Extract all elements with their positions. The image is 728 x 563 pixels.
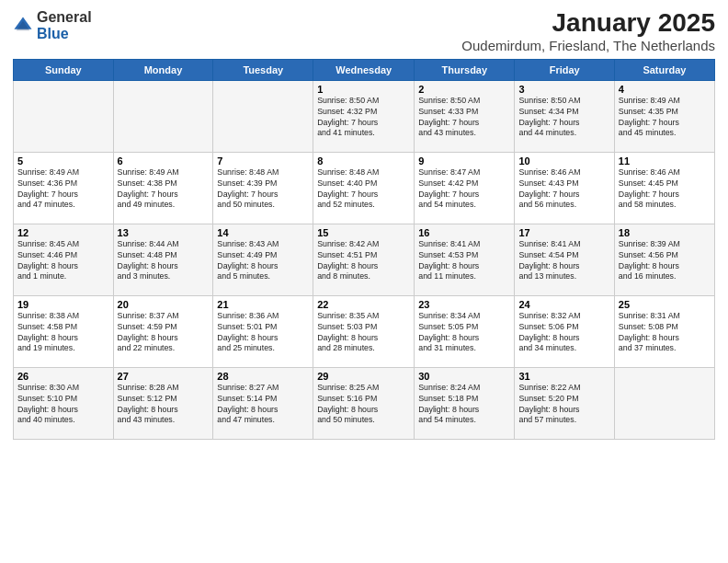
calendar-cell: 5Sunrise: 8:49 AM Sunset: 4:36 PM Daylig…	[14, 152, 114, 224]
calendar-cell: 22Sunrise: 8:35 AM Sunset: 5:03 PM Dayli…	[313, 295, 415, 367]
calendar-week-4: 19Sunrise: 8:38 AM Sunset: 4:58 PM Dayli…	[14, 295, 715, 367]
day-info: Sunrise: 8:22 AM Sunset: 5:20 PM Dayligh…	[518, 383, 609, 427]
calendar-cell: 25Sunrise: 8:31 AM Sunset: 5:08 PM Dayli…	[614, 295, 714, 367]
calendar-header-row: SundayMondayTuesdayWednesdayThursdayFrid…	[14, 59, 715, 80]
day-info: Sunrise: 8:35 AM Sunset: 5:03 PM Dayligh…	[317, 311, 410, 355]
calendar-cell: 4Sunrise: 8:49 AM Sunset: 4:35 PM Daylig…	[614, 80, 714, 152]
day-info: Sunrise: 8:42 AM Sunset: 4:51 PM Dayligh…	[317, 239, 410, 283]
day-info: Sunrise: 8:27 AM Sunset: 5:14 PM Dayligh…	[217, 383, 309, 427]
calendar-table: SundayMondayTuesdayWednesdayThursdayFrid…	[13, 59, 715, 440]
day-info: Sunrise: 8:41 AM Sunset: 4:54 PM Dayligh…	[518, 239, 609, 283]
day-info: Sunrise: 8:46 AM Sunset: 4:43 PM Dayligh…	[518, 167, 609, 212]
day-info: Sunrise: 8:49 AM Sunset: 4:36 PM Dayligh…	[17, 167, 109, 212]
day-info: Sunrise: 8:32 AM Sunset: 5:06 PM Dayligh…	[518, 311, 609, 355]
day-number: 1	[317, 84, 410, 95]
calendar-cell: 1Sunrise: 8:50 AM Sunset: 4:32 PM Daylig…	[313, 80, 415, 152]
day-number: 16	[418, 227, 510, 238]
calendar-cell: 11Sunrise: 8:46 AM Sunset: 4:45 PM Dayli…	[614, 152, 714, 224]
calendar-cell: 31Sunrise: 8:22 AM Sunset: 5:20 PM Dayli…	[515, 367, 614, 439]
day-number: 10	[518, 155, 609, 167]
header-row: General Blue January 2025 Oudemirdum, Fr…	[13, 9, 715, 53]
calendar-cell	[213, 80, 313, 152]
calendar-cell: 2Sunrise: 8:50 AM Sunset: 4:33 PM Daylig…	[415, 80, 515, 152]
day-number: 29	[317, 371, 410, 382]
calendar-cell: 7Sunrise: 8:48 AM Sunset: 4:39 PM Daylig…	[213, 152, 313, 224]
day-info: Sunrise: 8:37 AM Sunset: 4:59 PM Dayligh…	[118, 311, 210, 355]
day-number: 11	[619, 155, 711, 167]
day-info: Sunrise: 8:30 AM Sunset: 5:10 PM Dayligh…	[17, 383, 109, 427]
page-container: General Blue January 2025 Oudemirdum, Fr…	[0, 0, 728, 445]
day-number: 15	[317, 227, 410, 238]
day-number: 13	[118, 227, 210, 238]
page-title: January 2025	[461, 9, 715, 38]
column-header-thursday: Thursday	[415, 59, 515, 80]
calendar-cell: 26Sunrise: 8:30 AM Sunset: 5:10 PM Dayli…	[14, 367, 114, 439]
calendar-cell: 9Sunrise: 8:47 AM Sunset: 4:42 PM Daylig…	[415, 152, 515, 224]
day-info: Sunrise: 8:48 AM Sunset: 4:39 PM Dayligh…	[217, 167, 309, 212]
day-number: 3	[518, 84, 609, 95]
day-number: 19	[17, 299, 109, 310]
day-number: 26	[17, 371, 109, 382]
day-info: Sunrise: 8:47 AM Sunset: 4:42 PM Dayligh…	[418, 167, 510, 212]
logo: General Blue	[13, 9, 92, 41]
day-number: 28	[217, 371, 309, 382]
day-info: Sunrise: 8:25 AM Sunset: 5:16 PM Dayligh…	[317, 383, 410, 427]
logo-blue: Blue	[37, 26, 92, 42]
column-header-friday: Friday	[515, 59, 614, 80]
calendar-cell: 3Sunrise: 8:50 AM Sunset: 4:34 PM Daylig…	[515, 80, 614, 152]
day-number: 20	[118, 299, 210, 310]
day-number: 25	[619, 299, 711, 310]
day-info: Sunrise: 8:49 AM Sunset: 4:35 PM Dayligh…	[619, 96, 711, 140]
column-header-saturday: Saturday	[614, 59, 714, 80]
day-info: Sunrise: 8:48 AM Sunset: 4:40 PM Dayligh…	[317, 167, 410, 212]
column-header-tuesday: Tuesday	[213, 59, 313, 80]
day-info: Sunrise: 8:34 AM Sunset: 5:05 PM Dayligh…	[418, 311, 510, 355]
calendar-cell	[614, 367, 714, 439]
day-info: Sunrise: 8:45 AM Sunset: 4:46 PM Dayligh…	[17, 239, 109, 283]
title-block: January 2025 Oudemirdum, Friesland, The …	[461, 9, 715, 53]
calendar-cell: 6Sunrise: 8:49 AM Sunset: 4:38 PM Daylig…	[113, 152, 213, 224]
calendar-cell	[113, 80, 213, 152]
column-header-sunday: Sunday	[14, 59, 114, 80]
day-info: Sunrise: 8:36 AM Sunset: 5:01 PM Dayligh…	[217, 311, 309, 355]
day-info: Sunrise: 8:41 AM Sunset: 4:53 PM Dayligh…	[418, 239, 510, 283]
column-header-wednesday: Wednesday	[313, 59, 415, 80]
calendar-cell: 30Sunrise: 8:24 AM Sunset: 5:18 PM Dayli…	[415, 367, 515, 439]
calendar-cell: 8Sunrise: 8:48 AM Sunset: 4:40 PM Daylig…	[313, 152, 415, 224]
calendar-cell: 17Sunrise: 8:41 AM Sunset: 4:54 PM Dayli…	[515, 224, 614, 295]
day-number: 24	[518, 299, 609, 310]
calendar-cell: 29Sunrise: 8:25 AM Sunset: 5:16 PM Dayli…	[313, 367, 415, 439]
day-number: 17	[518, 227, 609, 238]
day-number: 8	[317, 155, 410, 167]
day-number: 5	[17, 155, 109, 167]
calendar-cell: 27Sunrise: 8:28 AM Sunset: 5:12 PM Dayli…	[113, 367, 213, 439]
calendar-cell: 19Sunrise: 8:38 AM Sunset: 4:58 PM Dayli…	[14, 295, 114, 367]
day-info: Sunrise: 8:24 AM Sunset: 5:18 PM Dayligh…	[418, 383, 510, 427]
calendar-cell: 15Sunrise: 8:42 AM Sunset: 4:51 PM Dayli…	[313, 224, 415, 295]
column-header-monday: Monday	[113, 59, 213, 80]
day-info: Sunrise: 8:43 AM Sunset: 4:49 PM Dayligh…	[217, 239, 309, 283]
calendar-cell: 12Sunrise: 8:45 AM Sunset: 4:46 PM Dayli…	[14, 224, 114, 295]
day-number: 23	[418, 299, 510, 310]
calendar-cell: 20Sunrise: 8:37 AM Sunset: 4:59 PM Dayli…	[113, 295, 213, 367]
day-number: 21	[217, 299, 309, 310]
day-number: 31	[518, 371, 609, 382]
calendar-cell: 16Sunrise: 8:41 AM Sunset: 4:53 PM Dayli…	[415, 224, 515, 295]
day-number: 30	[418, 371, 510, 382]
calendar-cell: 24Sunrise: 8:32 AM Sunset: 5:06 PM Dayli…	[515, 295, 614, 367]
calendar-week-2: 5Sunrise: 8:49 AM Sunset: 4:36 PM Daylig…	[14, 152, 715, 224]
day-number: 27	[118, 371, 210, 382]
calendar-week-1: 1Sunrise: 8:50 AM Sunset: 4:32 PM Daylig…	[14, 80, 715, 152]
day-info: Sunrise: 8:50 AM Sunset: 4:32 PM Dayligh…	[317, 96, 410, 140]
calendar-cell: 14Sunrise: 8:43 AM Sunset: 4:49 PM Dayli…	[213, 224, 313, 295]
calendar-week-5: 26Sunrise: 8:30 AM Sunset: 5:10 PM Dayli…	[14, 367, 715, 439]
calendar-cell	[14, 80, 114, 152]
day-info: Sunrise: 8:44 AM Sunset: 4:48 PM Dayligh…	[118, 239, 210, 283]
day-info: Sunrise: 8:50 AM Sunset: 4:34 PM Dayligh…	[518, 96, 609, 140]
calendar-cell: 10Sunrise: 8:46 AM Sunset: 4:43 PM Dayli…	[515, 152, 614, 224]
day-number: 12	[17, 227, 109, 238]
calendar-week-3: 12Sunrise: 8:45 AM Sunset: 4:46 PM Dayli…	[14, 224, 715, 295]
logo-icon	[13, 16, 33, 36]
day-number: 2	[418, 84, 510, 95]
day-number: 4	[619, 84, 711, 95]
